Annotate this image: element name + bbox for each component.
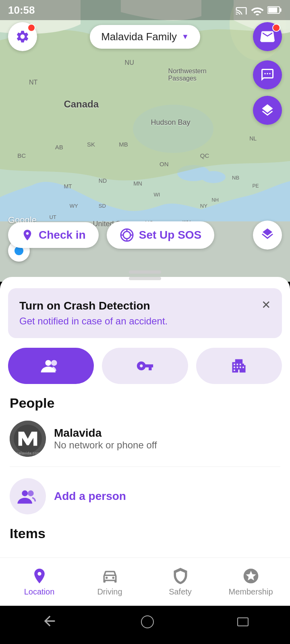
nav-label-driving: Driving: [97, 587, 122, 597]
checkin-pin-icon: [21, 229, 34, 242]
svg-point-23: [106, 577, 108, 579]
battery-icon: [267, 5, 282, 15]
stack-layers-icon: [261, 228, 274, 242]
person-info: Malavida No network or phone off: [54, 427, 157, 451]
status-icons: [235, 5, 282, 15]
svg-point-9: [264, 73, 266, 74]
svg-point-11: [269, 73, 271, 74]
crash-banner-close-button[interactable]: ✕: [261, 299, 271, 311]
svg-rect-8: [268, 8, 277, 12]
avatar-logo-icon: [14, 425, 42, 453]
family-selector[interactable]: Malavida Family ▼: [90, 25, 200, 49]
settings-badge: [27, 24, 35, 32]
mail-badge: [272, 24, 280, 32]
cast-icon: [235, 6, 247, 14]
person-avatar: malavida.com: [10, 421, 46, 457]
sos-button[interactable]: Set Up SOS: [107, 221, 215, 249]
building-tab-icon: [230, 357, 248, 375]
crash-detection-banner: Turn on Crash Detection Get notified in …: [8, 288, 282, 338]
add-person-row[interactable]: Add a person: [0, 467, 290, 526]
right-buttons: [253, 60, 282, 125]
svg-point-24: [112, 577, 114, 579]
safety-nav-icon: [172, 567, 189, 585]
status-bar: 10:58: [0, 0, 290, 20]
person-name: Malavida: [54, 427, 157, 440]
nav-item-driving[interactable]: Driving: [75, 567, 145, 597]
layers-map-button[interactable]: [253, 221, 282, 250]
mail-icon: [260, 31, 275, 42]
chat-icon: [260, 68, 275, 82]
add-person-label: Add a person: [54, 490, 126, 503]
svg-point-18: [45, 360, 51, 366]
sos-icon: [120, 228, 134, 242]
svg-point-19: [51, 360, 57, 366]
wifi-icon: [251, 5, 264, 15]
sos-label: Set Up SOS: [139, 229, 202, 242]
check-in-button[interactable]: Check in: [8, 222, 99, 248]
status-time: 10:58: [8, 4, 35, 17]
svg-point-22: [28, 490, 34, 496]
android-back-button[interactable]: [41, 613, 58, 631]
android-recents-button[interactable]: [237, 617, 249, 626]
back-icon: [41, 613, 58, 629]
android-nav-bar: [0, 606, 290, 638]
check-in-label: Check in: [39, 229, 86, 242]
nav-label-safety: Safety: [169, 587, 192, 597]
layers-button-right[interactable]: [253, 96, 282, 125]
layers-icon: [260, 103, 275, 118]
person-row: malavida.com Malavida No network or phon…: [0, 411, 290, 466]
person-status: No network or phone off: [54, 440, 157, 451]
gear-icon: [15, 29, 30, 44]
people-section-title: People: [0, 384, 290, 411]
add-person-icon: [17, 487, 38, 505]
nav-item-safety[interactable]: Safety: [145, 567, 215, 597]
nav-label-membership: Membership: [228, 587, 273, 597]
tab-people[interactable]: [8, 348, 94, 384]
sheet-handle: [129, 277, 161, 280]
nav-label-location: Location: [24, 587, 55, 597]
items-section: Items: [0, 526, 290, 557]
key-tab-icon: [136, 357, 154, 375]
location-nav-icon: [31, 567, 48, 585]
nav-item-location[interactable]: Location: [4, 567, 75, 597]
items-section-title: Items: [10, 526, 280, 549]
sheet-drag-handle: [129, 270, 161, 274]
bottom-nav: Location Driving Safety Membership: [0, 557, 290, 606]
driving-nav-icon: [101, 567, 119, 585]
svg-point-13: [123, 231, 130, 239]
svg-point-10: [267, 73, 268, 74]
content-tabs: [0, 338, 290, 384]
svg-rect-7: [280, 8, 281, 12]
android-home-button[interactable]: [141, 615, 154, 628]
mail-button[interactable]: [253, 22, 282, 51]
top-bar: Malavida Family ▼: [0, 22, 290, 51]
crash-banner-content: Turn on Crash Detection Get notified in …: [19, 299, 168, 327]
map-action-buttons: Check in Set Up SOS: [0, 221, 290, 250]
bottom-sheet: Turn on Crash Detection Get notified in …: [0, 277, 290, 557]
dropdown-arrow-icon: ▼: [182, 33, 189, 41]
svg-point-21: [22, 490, 28, 496]
tab-places[interactable]: [196, 348, 282, 384]
crash-banner-title: Turn on Crash Detection: [19, 299, 168, 312]
settings-button[interactable]: [8, 22, 37, 51]
chat-button[interactable]: [253, 60, 282, 89]
family-name: Malavida Family: [101, 31, 177, 43]
nav-item-membership[interactable]: Membership: [215, 567, 286, 597]
add-person-avatar: [10, 478, 46, 514]
tab-key[interactable]: [102, 348, 188, 384]
crash-banner-subtitle: Get notified in case of an accident.: [19, 316, 168, 327]
membership-nav-icon: [242, 567, 260, 585]
people-tab-icon: [41, 358, 62, 374]
svg-point-4: [201, 171, 226, 183]
